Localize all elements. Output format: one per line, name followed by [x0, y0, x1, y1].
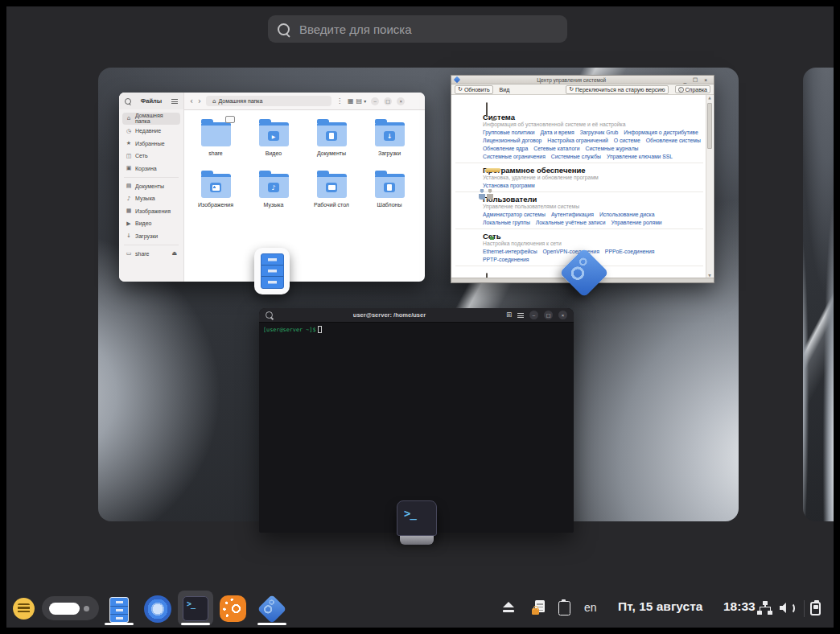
sidebar-item-icon: ♪ — [126, 196, 132, 202]
view-menu[interactable]: Вид — [500, 87, 510, 93]
back-button[interactable]: ‹ — [190, 97, 193, 105]
adjacent-workspace-preview[interactable] — [803, 68, 834, 521]
cc-link[interactable]: Использование диска — [599, 211, 655, 218]
sidebar-item[interactable]: ⌂ Домашняя папка — [122, 113, 180, 125]
cc-link[interactable]: Установка программ — [483, 182, 535, 189]
cc-link[interactable]: PPPoE-соединения — [605, 248, 655, 255]
sidebar-item[interactable]: ♪ Музыка — [122, 192, 180, 204]
eject-icon[interactable] — [503, 602, 514, 613]
folder-item[interactable]: Загрузки — [363, 115, 416, 156]
workspace-dot[interactable] — [84, 606, 89, 611]
cc-maximize-button[interactable]: □ — [693, 76, 701, 83]
files-menu-icon[interactable] — [171, 99, 178, 104]
cc-link[interactable]: Обновление системы — [646, 137, 701, 144]
new-tab-icon[interactable]: ⊞ — [506, 311, 512, 319]
files-app-badge[interactable] — [254, 248, 290, 294]
sidebar-item[interactable]: ▶ Видео — [122, 217, 180, 229]
cc-link[interactable]: Управление ролями — [611, 219, 661, 226]
sidebar-item[interactable]: ◷ Недавние — [122, 125, 180, 137]
date-label[interactable]: Пт, 15 августа — [618, 599, 702, 614]
cc-link[interactable]: Аутентификация — [551, 211, 594, 218]
location-bar[interactable]: ⌂ Домашняя папка — [206, 96, 331, 106]
cc-close-button[interactable]: × — [704, 77, 710, 83]
control-center-app-badge[interactable] — [562, 250, 607, 295]
terminal-maximize-button[interactable]: □ — [544, 311, 553, 319]
cc-link[interactable]: Дата и время — [540, 129, 574, 136]
cc-link[interactable]: Локальные группы — [483, 219, 530, 226]
refresh-button[interactable]: ↻ Обновить — [455, 85, 493, 94]
shell-search-bar[interactable] — [268, 15, 567, 43]
cc-link[interactable]: Системные службы — [551, 153, 601, 160]
terminal-app-badge[interactable]: >_ — [396, 500, 438, 546]
cc-scrollbar[interactable]: ▲ ▼ — [706, 95, 713, 278]
terminal-close-button[interactable]: × — [558, 311, 567, 319]
network-wired-icon[interactable] — [757, 601, 773, 615]
folder-item[interactable]: share — [189, 115, 242, 156]
folder-item[interactable]: Изображения — [189, 167, 242, 208]
help-button[interactable]: i Справка — [675, 85, 710, 93]
cc-link[interactable]: Сетевые каталоги — [533, 145, 579, 152]
folder-item[interactable]: Документы — [305, 115, 358, 156]
cc-minimize-button[interactable]: _ — [683, 77, 690, 83]
cc-link[interactable]: Локальные учётные записи — [536, 219, 606, 226]
sidebar-item[interactable]: ↓ Загрузки — [122, 230, 180, 242]
updates-icon[interactable] — [532, 600, 545, 615]
folder-item[interactable]: Шаблоны — [363, 167, 416, 208]
files-search-icon[interactable] — [125, 98, 131, 105]
folder-icon — [317, 174, 347, 198]
workspace-active-indicator[interactable] — [49, 603, 80, 615]
forward-button[interactable]: › — [198, 97, 201, 105]
cc-link[interactable]: Администратор системы — [483, 211, 546, 218]
dash-package-manager-button[interactable] — [220, 595, 246, 622]
battery-icon[interactable] — [810, 602, 821, 615]
dash-files-button[interactable] — [109, 597, 129, 623]
close-button[interactable]: × — [397, 97, 405, 105]
dash-control-center-button[interactable] — [257, 594, 287, 624]
terminal-window[interactable]: user@server: /home/user ⊞ – □ × [user@se… — [259, 308, 574, 533]
sidebar-item[interactable]: ★ Избранные — [122, 138, 180, 150]
cc-link[interactable]: Ethernet-интерфейсы — [483, 248, 537, 255]
cc-link[interactable]: Групповые политики — [483, 129, 534, 136]
volume-icon[interactable] — [780, 602, 796, 614]
dash-chromium-button[interactable] — [144, 595, 171, 623]
switch-old-version-button[interactable]: ↻ Переключиться на старую версию — [566, 85, 668, 94]
cc-link[interactable]: Обновление ядра — [483, 145, 528, 152]
cc-scroll-thumb[interactable] — [707, 103, 712, 149]
terminal-minimize-button[interactable]: – — [529, 311, 538, 319]
sidebar-item[interactable]: ▤ Документы — [122, 180, 180, 192]
folder-item[interactable]: Музыка — [247, 167, 300, 208]
view-list-icon[interactable]: ▤ — [356, 98, 363, 105]
cc-link[interactable]: PPTP-соединения — [483, 256, 529, 263]
cc-link[interactable]: Информация о дистрибутиве — [624, 129, 698, 136]
dash-terminal-button[interactable]: >_ — [178, 591, 213, 626]
minimize-button[interactable]: – — [371, 97, 379, 105]
cc-link[interactable]: Системные журналы — [585, 145, 638, 152]
kebab-menu-icon[interactable]: ⋮ — [336, 98, 343, 105]
cc-link[interactable]: Управление ключами SSL — [607, 153, 673, 160]
view-dropdown-icon[interactable]: ▾ — [364, 99, 366, 104]
terminal-menu-icon[interactable] — [517, 313, 524, 318]
cc-link[interactable]: Лицензионный договор — [483, 137, 541, 144]
sidebar-item[interactable]: ▦ Изображения — [122, 205, 180, 217]
sidebar-item[interactable]: ▭ share ⏏ — [122, 248, 180, 260]
cc-link[interactable]: Системные ограничения — [483, 153, 546, 160]
scroll-up-icon[interactable]: ▲ — [706, 96, 713, 100]
search-input[interactable] — [298, 22, 558, 37]
cc-link[interactable]: Загрузчик Grub — [580, 129, 619, 136]
folder-item[interactable]: Видео — [247, 115, 300, 156]
maximize-button[interactable]: □ — [384, 97, 392, 105]
clipboard-icon[interactable] — [558, 601, 570, 615]
view-grid-icon[interactable]: ▦ — [348, 98, 354, 105]
folder-item[interactable]: Рабочий стол — [305, 167, 358, 208]
workspace-switcher[interactable] — [42, 596, 99, 620]
keyboard-layout-indicator[interactable]: en — [584, 601, 597, 614]
app-menu-button[interactable] — [13, 598, 35, 620]
terminal-search-icon[interactable] — [266, 311, 273, 319]
cc-link[interactable]: О системе — [614, 137, 640, 144]
sidebar-item[interactable]: ▣ Корзина — [122, 163, 180, 175]
sidebar-item[interactable]: ◫ Сеть — [122, 150, 180, 162]
eject-icon[interactable]: ⏏ — [171, 250, 177, 257]
clock[interactable]: 18:33 — [723, 599, 756, 614]
gears-diamond-icon — [559, 248, 609, 298]
cc-link[interactable]: Настройка ограничений — [547, 137, 607, 144]
